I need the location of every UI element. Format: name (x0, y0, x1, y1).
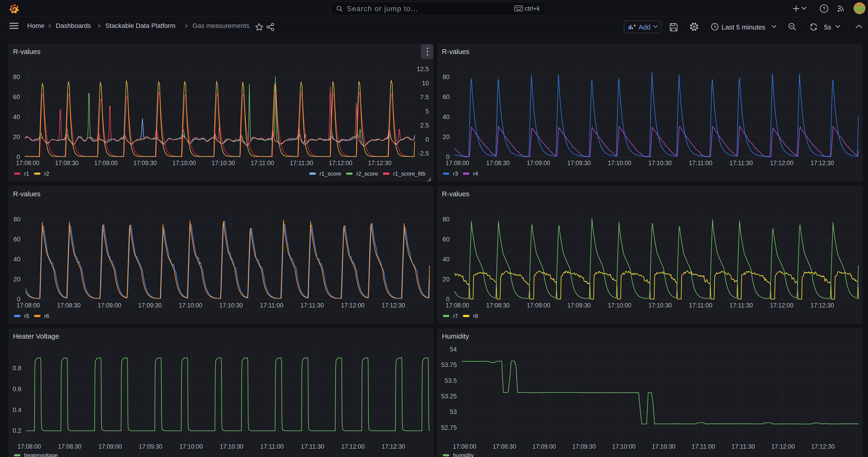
svg-text:0: 0 (17, 296, 21, 303)
svg-text:40: 40 (13, 256, 21, 263)
svg-text:0: 0 (446, 153, 450, 160)
svg-text:17:11:00: 17:11:00 (689, 302, 712, 309)
svg-text:20: 20 (13, 133, 20, 141)
svg-text:17:09:00: 17:09:00 (98, 302, 121, 309)
svg-text:17:12:00: 17:12:00 (770, 159, 794, 166)
svg-text:17:09:00: 17:09:00 (98, 443, 122, 450)
svg-text:53.5: 53.5 (444, 377, 457, 384)
svg-text:R-values: R-values (13, 48, 40, 55)
svg-text:17:11:30: 17:11:30 (730, 159, 753, 166)
svg-text:17:12:30: 17:12:30 (382, 443, 405, 450)
svg-text:17:10:30: 17:10:30 (648, 302, 672, 309)
svg-text:heatervoltage: heatervoltage (24, 452, 58, 457)
svg-text:17:11:30: 17:11:30 (730, 302, 753, 309)
svg-text:17:09:30: 17:09:30 (133, 159, 157, 166)
svg-text:5: 5 (425, 108, 429, 115)
svg-text:17:10:00: 17:10:00 (608, 159, 631, 166)
svg-text:17:08:30: 17:08:30 (57, 302, 81, 309)
svg-text:60: 60 (443, 236, 450, 243)
svg-text:7.5: 7.5 (420, 94, 429, 101)
svg-text:r3: r3 (453, 171, 458, 177)
svg-text:Heater Voltage: Heater Voltage (13, 332, 59, 340)
svg-text:17:08:30: 17:08:30 (493, 443, 516, 450)
svg-text:17:10:30: 17:10:30 (220, 443, 243, 450)
svg-text:0.2: 0.2 (12, 427, 21, 434)
svg-text:80: 80 (443, 73, 450, 81)
svg-text:40: 40 (443, 256, 450, 263)
svg-text:10: 10 (422, 80, 429, 87)
svg-text:0.4: 0.4 (12, 406, 21, 414)
svg-text:r7: r7 (453, 313, 458, 319)
svg-text:17:11:00: 17:11:00 (689, 159, 712, 166)
svg-text:17:11:00: 17:11:00 (260, 443, 284, 450)
svg-text:17:10:30: 17:10:30 (212, 159, 235, 166)
svg-text:53.75: 53.75 (441, 361, 457, 368)
svg-text:17:12:00: 17:12:00 (771, 443, 795, 450)
svg-text:17:08:00: 17:08:00 (453, 443, 476, 450)
svg-text:r8: r8 (473, 313, 478, 319)
svg-text:20: 20 (443, 276, 450, 283)
svg-text:Humidity: Humidity (442, 332, 469, 340)
svg-text:?: ? (823, 6, 826, 12)
svg-text:17:10:30: 17:10:30 (648, 159, 672, 166)
svg-text:60: 60 (13, 236, 21, 243)
svg-text:60: 60 (13, 93, 20, 100)
svg-text:17:11:00: 17:11:00 (251, 159, 274, 166)
svg-text:52.75: 52.75 (441, 424, 457, 431)
svg-text:80: 80 (443, 216, 450, 223)
svg-text:17:09:30: 17:09:30 (567, 159, 591, 166)
svg-text:17:08:30: 17:08:30 (486, 159, 510, 166)
svg-text:17:08:30: 17:08:30 (58, 443, 81, 450)
svg-text:r1: r1 (24, 171, 29, 177)
svg-text:17:12:00: 17:12:00 (341, 302, 365, 309)
svg-text:17:10:30: 17:10:30 (219, 302, 243, 309)
svg-text:17:12:30: 17:12:30 (811, 443, 835, 450)
svg-text:17:09:00: 17:09:00 (94, 159, 118, 166)
svg-text:17:10:00: 17:10:00 (179, 443, 203, 450)
svg-text:0: 0 (17, 153, 20, 160)
svg-text:17:08:30: 17:08:30 (55, 159, 79, 166)
svg-text:r5: r5 (24, 313, 29, 319)
svg-text:17:10:30: 17:10:30 (652, 443, 675, 450)
svg-text:53.25: 53.25 (441, 393, 457, 400)
svg-text:-2.5: -2.5 (418, 150, 429, 157)
svg-text:20: 20 (13, 276, 21, 283)
svg-text:r6: r6 (44, 313, 49, 319)
svg-text:R-values: R-values (13, 190, 40, 198)
svg-text:17:12:30: 17:12:30 (382, 302, 405, 309)
svg-text:80: 80 (13, 73, 20, 81)
svg-text:17:12:00: 17:12:00 (770, 302, 794, 309)
svg-text:R-values: R-values (442, 190, 469, 198)
svg-text:17:12:00: 17:12:00 (341, 443, 365, 450)
svg-text:17:12:30: 17:12:30 (811, 302, 834, 309)
svg-text:12.5: 12.5 (416, 66, 429, 72)
svg-text:17:09:30: 17:09:30 (567, 302, 591, 309)
svg-text:17:10:00: 17:10:00 (173, 159, 196, 166)
svg-text:17:09:30: 17:09:30 (572, 443, 596, 450)
svg-text:17:11:00: 17:11:00 (692, 443, 715, 450)
svg-text:60: 60 (443, 93, 450, 100)
svg-text:r1_score: r1_score (320, 171, 341, 177)
svg-text:2.5: 2.5 (420, 122, 429, 129)
svg-text:r1_score_lttb: r1_score_lttb (393, 171, 425, 177)
svg-text:17:08:30: 17:08:30 (486, 302, 510, 309)
svg-text:17:11:30: 17:11:30 (301, 302, 324, 309)
svg-text:r4: r4 (473, 171, 478, 177)
svg-text:17:12:30: 17:12:30 (368, 159, 392, 166)
svg-text:0.6: 0.6 (12, 386, 21, 393)
svg-text:humidity: humidity (453, 452, 474, 457)
svg-text:17:10:00: 17:10:00 (608, 302, 631, 309)
svg-text:17:09:00: 17:09:00 (533, 443, 556, 450)
svg-text:40: 40 (443, 114, 450, 120)
svg-text:17:11:30: 17:11:30 (290, 159, 313, 166)
svg-text:0: 0 (425, 136, 429, 143)
svg-text:17:09:30: 17:09:30 (138, 302, 162, 309)
svg-text:40: 40 (13, 114, 20, 120)
svg-text:80: 80 (13, 216, 21, 223)
svg-text:r2_score: r2_score (356, 171, 378, 177)
svg-text:r2: r2 (44, 171, 49, 177)
svg-text:17:08:00: 17:08:00 (18, 443, 41, 450)
svg-text:17:12:00: 17:12:00 (329, 159, 352, 166)
svg-text:17:11:30: 17:11:30 (301, 443, 324, 450)
svg-text:17:09:00: 17:09:00 (527, 159, 550, 166)
